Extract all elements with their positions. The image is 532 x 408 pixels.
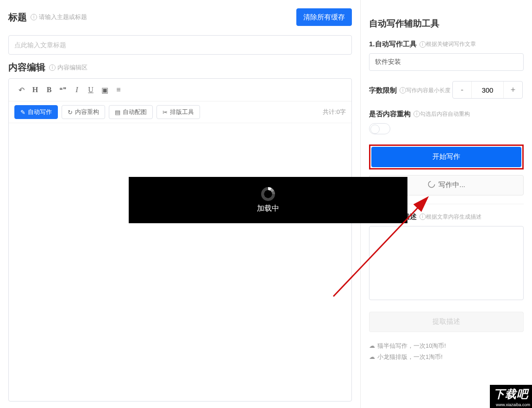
sidebar-title: 自动写作辅助工具 bbox=[369, 18, 524, 30]
quote-tool[interactable]: ❝❞ bbox=[56, 83, 70, 96]
info-icon: i bbox=[31, 14, 37, 20]
word-count: 共计:0字 bbox=[323, 108, 346, 116]
info-icon: i bbox=[419, 213, 426, 220]
pencil-icon: ✎ bbox=[20, 109, 25, 116]
stepper-minus-button[interactable]: - bbox=[453, 82, 471, 98]
loading-overlay: 加载中 bbox=[129, 177, 407, 223]
highlight-annotation: 开始写作 bbox=[369, 144, 524, 169]
restructure-label: 是否内容重构 i勾选后内容自动重构 bbox=[369, 110, 470, 119]
footer-note-2: ☁ 小龙猫排版，一次1淘币! bbox=[369, 352, 524, 363]
watermark-brand: 下载吧 bbox=[490, 385, 532, 402]
image-icon: ▤ bbox=[115, 109, 120, 116]
title-hint: i 请输入主题或标题 bbox=[31, 13, 87, 21]
content-heading: 内容编辑 bbox=[8, 61, 45, 74]
spinner-icon bbox=[261, 187, 275, 201]
restructure-toggle[interactable] bbox=[369, 123, 390, 134]
editor-body[interactable] bbox=[9, 123, 351, 401]
editor-toolbar: ↶ H B ❝❞ I U ▣ ≡ bbox=[9, 79, 351, 101]
content-hint: i 内容编辑区 bbox=[49, 63, 88, 72]
info-icon: i bbox=[413, 111, 420, 117]
clear-cache-button[interactable]: 清除所有缓存 bbox=[296, 8, 352, 26]
keyword-input[interactable] bbox=[369, 53, 524, 71]
extract-description-button[interactable]: 提取描述 bbox=[369, 312, 524, 332]
wrench-icon: ✂ bbox=[163, 109, 168, 116]
coin-icon: ☁ bbox=[369, 352, 375, 363]
align-tool[interactable]: ≡ bbox=[112, 83, 125, 96]
italic-tool[interactable]: I bbox=[70, 83, 84, 96]
editor: ↶ H B ❝❞ I U ▣ ≡ ✎ 自动写作 ↻ 内容重构 ▤ bbox=[8, 78, 352, 402]
info-icon: i bbox=[400, 87, 406, 94]
title-heading: 标题 bbox=[8, 11, 27, 24]
info-icon: i bbox=[49, 64, 56, 71]
footer-note-1: ☁ 猫半仙写作，一次10淘币! bbox=[369, 340, 524, 352]
undo-icon[interactable]: ↶ bbox=[14, 83, 28, 96]
restructure-button[interactable]: ↻ 内容重构 bbox=[62, 105, 105, 119]
layout-tool-button[interactable]: ✂ 排版工具 bbox=[156, 105, 200, 119]
auto-write-button[interactable]: ✎ 自动写作 bbox=[14, 105, 58, 119]
description-textarea[interactable] bbox=[369, 226, 524, 300]
watermark: 下载吧 www.xiazaiba.com bbox=[490, 385, 532, 408]
refresh-icon: ↻ bbox=[68, 109, 73, 116]
stepper-value-input[interactable] bbox=[471, 82, 504, 98]
svg-point-0 bbox=[428, 181, 435, 188]
info-icon: i bbox=[419, 41, 426, 48]
article-title-input[interactable] bbox=[8, 35, 352, 55]
tool1-label: 1.自动写作工具 i根据关键词写作文章 bbox=[369, 40, 476, 49]
loading-icon bbox=[427, 180, 436, 190]
stepper-plus-button[interactable]: + bbox=[504, 82, 522, 98]
underline-tool[interactable]: U bbox=[84, 83, 98, 96]
auto-image-button[interactable]: ▤ 自动配图 bbox=[109, 105, 153, 119]
start-write-button[interactable]: 开始写作 bbox=[371, 147, 521, 167]
coin-icon: ☁ bbox=[369, 340, 375, 352]
image-tool[interactable]: ▣ bbox=[98, 83, 112, 96]
word-limit-label: 字数限制 i写作内容最小长度 bbox=[369, 86, 451, 95]
watermark-url: www.xiazaiba.com bbox=[490, 402, 532, 408]
word-limit-stepper: - + bbox=[452, 81, 523, 99]
heading-tool[interactable]: H bbox=[28, 83, 42, 96]
bold-tool[interactable]: B bbox=[42, 83, 56, 96]
loading-text: 加载中 bbox=[257, 204, 279, 213]
